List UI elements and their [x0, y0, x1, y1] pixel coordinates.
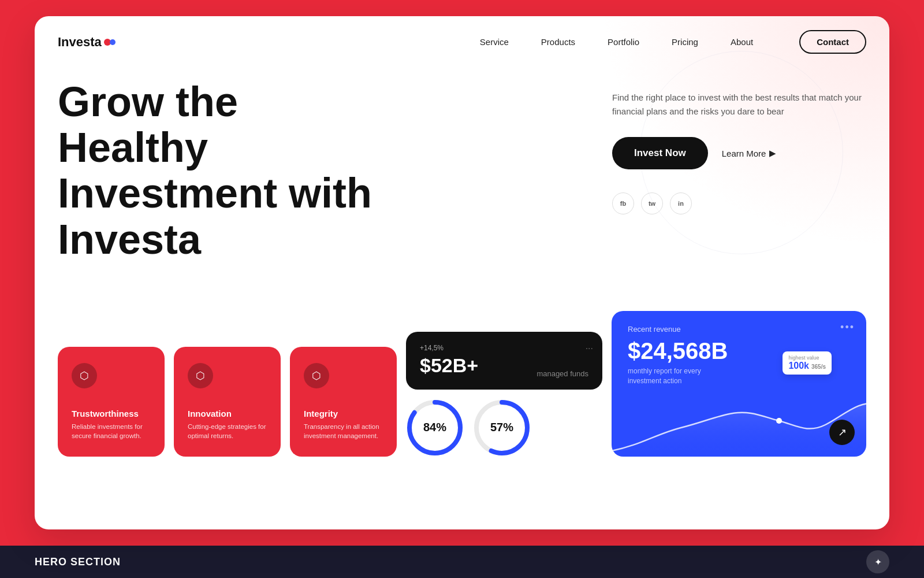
trustworthiness-card: ⬡ Trustworthiness Reliable investments f…	[58, 347, 165, 457]
bottom-bar: HERO SECTION ✦	[0, 546, 924, 578]
hero-subtitle: Find the right place to invest with the …	[612, 91, 866, 118]
hero-left: Grow the Healthy Investment with Investa	[58, 79, 612, 262]
integrity-card: ⬡ Integrity Transparency in all action i…	[290, 347, 397, 457]
logo-text: Investa	[58, 35, 102, 50]
highest-badge-label: highest value	[788, 355, 826, 361]
circle-chart-57: 57%	[473, 399, 531, 457]
highest-sub: 365/s	[811, 364, 826, 370]
twitter-icon[interactable]: tw	[641, 192, 663, 214]
revenue-card: ••• Recent revenue $24,568B monthly repo…	[612, 311, 866, 457]
stats-card: ... +14,5% $52B+ managed funds	[406, 332, 602, 390]
revenue-arrow-button[interactable]: ↗	[829, 420, 855, 445]
invest-now-button[interactable]: Invest Now	[612, 137, 708, 169]
chart-dot	[776, 418, 782, 424]
highest-value: 100k	[788, 361, 809, 371]
nav-portfolio[interactable]: Portfolio	[608, 37, 639, 47]
figma-icon[interactable]: ✦	[866, 550, 889, 573]
main-card: Investa Service Products Portfolio Prici…	[35, 16, 889, 529]
stats-menu-dots[interactable]: ...	[586, 341, 593, 351]
circle-chart-84: 84%	[406, 399, 464, 457]
page-background: Investa Service Products Portfolio Prici…	[0, 0, 924, 578]
nav-products[interactable]: Products	[541, 37, 575, 47]
innovation-desc: Cutting-edge strategies for optimal retu…	[188, 422, 267, 440]
bottom-bar-label: HERO SECTION	[35, 556, 121, 568]
facebook-icon[interactable]: fb	[612, 192, 634, 214]
logo-dot-blue	[110, 39, 116, 45]
linkedin-icon[interactable]: in	[670, 192, 692, 214]
innovation-title: Innovation	[188, 409, 267, 418]
navbar: Investa Service Products Portfolio Prici…	[35, 16, 889, 68]
stats-label: managed funds	[536, 369, 588, 378]
nav-about[interactable]: About	[731, 37, 753, 47]
stats-group: ... +14,5% $52B+ managed funds 84%	[406, 276, 602, 457]
logo[interactable]: Investa	[58, 35, 116, 50]
social-icons: fb tw in	[612, 192, 866, 214]
innovation-icon: ⬡	[188, 363, 213, 388]
integrity-title: Integrity	[304, 409, 383, 418]
nav-links: Service Products Portfolio Pricing About	[480, 37, 753, 47]
integrity-desc: Transparency in all action investment ma…	[304, 422, 383, 440]
hero-title: Grow the Healthy Investment with Investa	[58, 79, 393, 262]
trustworthiness-desc: Reliable investments for secure financia…	[72, 422, 151, 440]
innovation-content: Innovation Cutting-edge strategies for o…	[188, 409, 267, 440]
circle-84-label: 84%	[423, 421, 446, 434]
arrow-right-icon: ▶	[769, 148, 776, 158]
circle-charts: 84% 57%	[406, 399, 602, 457]
stats-growth: +14,5%	[420, 344, 588, 352]
highest-badge: highest value 100k 365/s	[783, 351, 832, 375]
hero-cta: Invest Now Learn More ▶	[612, 137, 866, 169]
circle-57-label: 57%	[490, 421, 513, 434]
trustworthiness-content: Trustworthiness Reliable investments for…	[72, 409, 151, 440]
revenue-chart-svg	[612, 381, 866, 457]
revenue-label: Recent revenue	[628, 325, 850, 334]
contact-button[interactable]: Contact	[799, 30, 866, 54]
hero-right: Find the right place to invest with the …	[612, 79, 866, 214]
integrity-content: Integrity Transparency in all action inv…	[304, 409, 383, 440]
trustworthiness-icon: ⬡	[72, 363, 97, 388]
cards-row: ⬡ Trustworthiness Reliable investments f…	[35, 262, 889, 470]
nav-service[interactable]: Service	[480, 37, 509, 47]
nav-pricing[interactable]: Pricing	[672, 37, 698, 47]
innovation-card: ⬡ Innovation Cutting-edge strategies for…	[174, 347, 281, 457]
hero-section: Grow the Healthy Investment with Investa…	[35, 68, 889, 262]
learn-more-link[interactable]: Learn More ▶	[722, 148, 777, 158]
integrity-icon: ⬡	[304, 363, 329, 388]
logo-dots	[104, 39, 116, 46]
trustworthiness-title: Trustworthiness	[72, 409, 151, 418]
